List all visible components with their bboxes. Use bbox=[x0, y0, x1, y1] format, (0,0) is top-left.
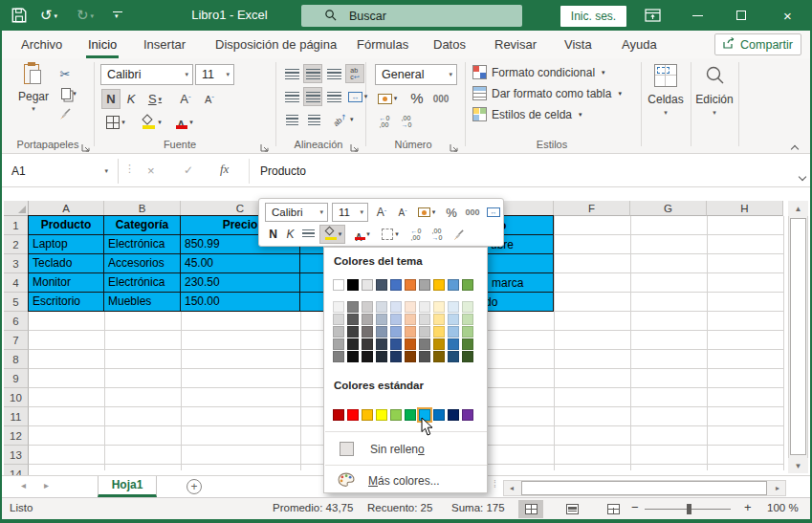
variant-swatch-DBDBDB[interactable] bbox=[419, 314, 430, 325]
font-color-icon[interactable]: A bbox=[169, 113, 198, 132]
theme-color-swatch-4472C4[interactable] bbox=[390, 279, 402, 291]
share-button[interactable]: Compartir bbox=[714, 33, 801, 55]
alignment-dialog-launcher[interactable] bbox=[350, 139, 360, 148]
bold-button[interactable]: N bbox=[101, 89, 121, 109]
sheet-nav-left-icon[interactable]: ◂ bbox=[21, 480, 26, 490]
cell-C3[interactable]: 45.00 bbox=[180, 253, 300, 273]
fill-color-icon[interactable] bbox=[137, 113, 165, 132]
row-header-4[interactable]: 4 bbox=[4, 273, 29, 293]
variant-swatch-171616[interactable] bbox=[362, 351, 373, 362]
sheet-tab-hoja1[interactable]: Hoja1 bbox=[98, 476, 157, 497]
mini-fill-color-button[interactable] bbox=[319, 225, 345, 244]
mini-font-size-combo[interactable]: 11▾ bbox=[332, 203, 368, 222]
name-box[interactable]: A1 ▾ bbox=[4, 159, 119, 184]
variant-swatch-FFE599[interactable] bbox=[433, 314, 445, 325]
mini-merge-icon[interactable]: ↔ bbox=[485, 203, 502, 222]
cut-icon[interactable]: ✂ bbox=[56, 66, 74, 81]
save-icon[interactable] bbox=[11, 7, 28, 28]
variant-swatch-D6DCE4[interactable] bbox=[376, 301, 387, 313]
variant-swatch-3A3838[interactable] bbox=[362, 338, 373, 350]
page-layout-view-button[interactable] bbox=[560, 500, 584, 518]
ribbon-tab-disposici-n-de-p-gina[interactable]: Disposición de página bbox=[213, 31, 339, 58]
variant-swatch-BF9000[interactable] bbox=[433, 338, 445, 350]
variant-swatch-B4C6E7[interactable] bbox=[390, 314, 402, 325]
increase-font-icon[interactable]: Aˆ bbox=[175, 89, 196, 109]
close-button[interactable]: × bbox=[763, 0, 812, 31]
scroll-down-icon[interactable]: ▼ bbox=[788, 458, 808, 473]
scroll-right-icon[interactable]: ▸ bbox=[770, 481, 785, 495]
ribbon-tab-archivo[interactable]: Archivo bbox=[19, 31, 64, 58]
standard-color-swatch-7030A0[interactable] bbox=[462, 409, 473, 421]
vertical-scroll-thumb[interactable] bbox=[790, 218, 806, 455]
ribbon-tab-vista[interactable]: Vista bbox=[562, 31, 594, 58]
sheet-nav-right-icon[interactable]: ▸ bbox=[44, 480, 49, 490]
cell-A3[interactable]: Teclado bbox=[28, 253, 104, 273]
variant-swatch-333F50[interactable] bbox=[376, 338, 387, 350]
font-dialog-launcher[interactable] bbox=[260, 139, 270, 148]
zoom-in-button[interactable]: + bbox=[744, 500, 752, 514]
mini-decrease-decimal-icon[interactable]: ,00→0 bbox=[428, 225, 447, 244]
variant-swatch-A6A6A6[interactable] bbox=[333, 338, 344, 350]
variant-swatch-C5E0B3[interactable] bbox=[462, 314, 473, 325]
comma-style-icon[interactable]: 000 bbox=[428, 89, 453, 108]
formula-content[interactable]: Producto bbox=[260, 159, 306, 184]
row-header-5[interactable]: 5 bbox=[4, 293, 29, 312]
variant-swatch-FFD966[interactable] bbox=[433, 326, 445, 338]
redo-button[interactable]: ↻ bbox=[77, 0, 94, 32]
standard-color-swatch-C00000[interactable] bbox=[333, 409, 344, 421]
theme-color-swatch-ED7D31[interactable] bbox=[405, 279, 416, 291]
zoom-level[interactable]: 100 % bbox=[767, 502, 799, 513]
decrease-decimal-icon[interactable]: ,00→0 bbox=[397, 112, 416, 131]
mini-bold-button[interactable]: N bbox=[265, 225, 281, 244]
variant-swatch-AEABAB[interactable] bbox=[362, 314, 373, 325]
variant-swatch-D9E2F3[interactable] bbox=[390, 301, 402, 313]
variant-swatch-375623[interactable] bbox=[462, 351, 473, 362]
cell-A5[interactable]: Escritorio bbox=[28, 292, 104, 312]
mini-accounting-icon[interactable] bbox=[415, 203, 438, 222]
formula-bar-grip[interactable]: ⋮ bbox=[124, 163, 134, 175]
search-box[interactable]: Buscar bbox=[301, 5, 522, 27]
theme-color-swatch-FFC000[interactable] bbox=[433, 279, 445, 291]
increase-indent-icon[interactable] bbox=[304, 110, 323, 129]
theme-color-swatch-44546A[interactable] bbox=[376, 279, 387, 291]
column-header-H[interactable]: H bbox=[707, 201, 783, 216]
standard-color-swatch-00B050[interactable] bbox=[405, 409, 416, 421]
clipboard-dialog-launcher[interactable] bbox=[81, 139, 91, 148]
variant-swatch-ACB9CA[interactable] bbox=[376, 314, 387, 325]
row-header-8[interactable]: 8 bbox=[4, 350, 29, 369]
variant-swatch-1F4E79[interactable] bbox=[448, 351, 459, 362]
more-colors-item[interactable]: Más colores... bbox=[324, 469, 487, 492]
format-as-table-button[interactable]: Dar formato como tabla bbox=[472, 86, 622, 100]
sign-in-button[interactable]: Inic. ses. bbox=[560, 6, 626, 27]
mini-italic-button[interactable]: K bbox=[283, 225, 297, 244]
cell-A2[interactable]: Laptop bbox=[28, 234, 104, 254]
zoom-out-button[interactable]: − bbox=[631, 500, 639, 514]
new-sheet-button[interactable]: + bbox=[187, 479, 202, 494]
mini-borders-icon[interactable] bbox=[378, 225, 403, 244]
mini-increase-font-icon[interactable]: Aˆ bbox=[372, 203, 391, 222]
ribbon-tab-revisar[interactable]: Revisar bbox=[493, 31, 538, 58]
theme-color-swatch-E7E6E6[interactable] bbox=[362, 279, 373, 291]
row-header-2[interactable]: 2 bbox=[4, 235, 29, 254]
cell-C4[interactable]: 230.50 bbox=[180, 272, 300, 293]
cells-button[interactable]: Celdas ▾ bbox=[645, 64, 687, 117]
mini-percent-icon[interactable]: % bbox=[443, 203, 460, 222]
percent-style-icon[interactable]: % bbox=[407, 87, 427, 108]
mini-comma-icon[interactable]: 000 bbox=[461, 203, 484, 222]
variant-swatch-262626[interactable] bbox=[347, 338, 359, 350]
cell-A1[interactable]: Producto bbox=[28, 215, 104, 235]
variant-swatch-595959[interactable] bbox=[347, 314, 359, 325]
paste-button[interactable]: Pegar ▾ bbox=[13, 63, 54, 113]
theme-color-swatch-000000[interactable] bbox=[347, 279, 359, 291]
cell-B2[interactable]: Electrónica bbox=[103, 234, 181, 254]
column-header-B[interactable]: B bbox=[104, 201, 181, 216]
variant-swatch-C55A11[interactable] bbox=[405, 338, 416, 350]
maximize-button[interactable] bbox=[719, 0, 763, 31]
conditional-formatting-button[interactable]: Formato condicional bbox=[472, 65, 605, 79]
variant-swatch-2F5496[interactable] bbox=[390, 338, 402, 350]
theme-color-swatch-FFFFFF[interactable] bbox=[333, 279, 344, 291]
ribbon-tab-insertar[interactable]: Insertar bbox=[142, 31, 187, 58]
mini-decrease-font-icon[interactable]: Aˇ bbox=[393, 203, 412, 222]
variant-swatch-FBE5D5[interactable] bbox=[405, 301, 416, 313]
variant-swatch-8EAADB[interactable] bbox=[390, 326, 402, 338]
